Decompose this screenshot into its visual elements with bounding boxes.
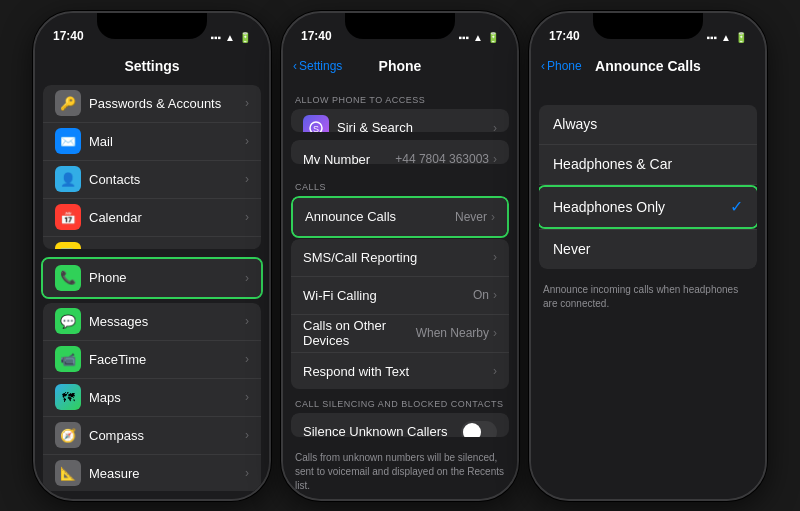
nav-bar-2: ‹ Settings Phone [283, 47, 517, 85]
respond-chevron: › [493, 364, 497, 378]
calls-group: Announce Calls Never › SMS/Call Reportin… [291, 196, 509, 389]
sms-label: SMS/Call Reporting [303, 250, 493, 265]
time-2: 17:40 [301, 29, 332, 43]
silence-item[interactable]: Silence Unknown Callers [291, 413, 509, 437]
battery-icon-2: 🔋 [487, 32, 499, 43]
announce-page-title: Announce Calls [595, 58, 701, 74]
back-label-2: Settings [299, 59, 342, 73]
measure-label: Measure [89, 466, 245, 481]
passwords-item[interactable]: 🔑 Passwords & Accounts › [43, 85, 261, 123]
mynumber-value: +44 7804 363003 [395, 152, 489, 164]
back-button-2[interactable]: ‹ Settings [293, 59, 342, 73]
messages-item[interactable]: 💬 Messages › [43, 303, 261, 341]
siri-item[interactable]: S Siri & Search › [291, 109, 509, 133]
wifi-icon-1: ▲ [225, 32, 235, 43]
siri-label: Siri & Search [337, 120, 493, 132]
silence-hint: Calls from unknown numbers will be silen… [283, 445, 517, 499]
notes-item[interactable]: 📝 Notes › [43, 237, 261, 249]
maps-label: Maps [89, 390, 245, 405]
screen-2: 17:40 ▪▪▪ ▲ 🔋 ‹ Settings Phone ALLOW PHO… [283, 13, 517, 499]
other-devices-label: Calls on Other Devices [303, 318, 416, 348]
allow-section-header: ALLOW PHONE TO ACCESS [283, 85, 517, 109]
messages-icon: 💬 [55, 308, 81, 334]
phone-3: 17:40 ▪▪▪ ▲ 🔋 ‹ Phone Announce Calls Alw… [529, 11, 767, 501]
settings-list: 🔑 Passwords & Accounts › ✉️ Mail › 👤 Con… [35, 85, 269, 499]
calendar-item[interactable]: 📅 Calendar › [43, 199, 261, 237]
passwords-label: Passwords & Accounts [89, 96, 245, 111]
status-icons-3: ▪▪▪ ▲ 🔋 [706, 32, 747, 43]
status-icons-1: ▪▪▪ ▲ 🔋 [210, 32, 251, 43]
mail-chevron: › [245, 134, 249, 148]
measure-item[interactable]: 📐 Measure › [43, 455, 261, 491]
mynumber-group: My Number +44 7804 363003 › [291, 140, 509, 164]
back-button-3[interactable]: ‹ Phone [541, 59, 582, 73]
mail-item[interactable]: ✉️ Mail › [43, 123, 261, 161]
siri-icon: S [303, 115, 329, 133]
always-option[interactable]: Always [539, 105, 757, 145]
announce-hint: Announce incoming calls when headphones … [531, 277, 765, 317]
mynumber-item[interactable]: My Number +44 7804 363003 › [291, 140, 509, 164]
announce-chevron: › [491, 210, 495, 224]
phone-2: 17:40 ▪▪▪ ▲ 🔋 ‹ Settings Phone ALLOW PHO… [281, 11, 519, 501]
wifi-calling-label: Wi-Fi Calling [303, 288, 473, 303]
announce-highlight[interactable]: Announce Calls Never › [291, 196, 509, 238]
compass-item[interactable]: 🧭 Compass › [43, 417, 261, 455]
spacer [531, 85, 765, 105]
compass-label: Compass [89, 428, 245, 443]
silence-toggle[interactable] [461, 421, 497, 437]
notch-1 [97, 13, 207, 39]
sms-item[interactable]: SMS/Call Reporting › [291, 239, 509, 277]
calls-group-inner: SMS/Call Reporting › Wi-Fi Calling On › … [291, 239, 509, 389]
silence-section-header: CALL SILENCING AND BLOCKED CONTACTS [283, 389, 517, 413]
facetime-chevron: › [245, 352, 249, 366]
headphones-only-checkmark: ✓ [730, 197, 743, 216]
announce-item[interactable]: Announce Calls Never › [293, 198, 507, 236]
calendar-icon: 📅 [55, 204, 81, 230]
phone-page-title: Phone [379, 58, 422, 74]
back-chevron-2: ‹ [293, 59, 297, 73]
other-devices-value: When Nearby [416, 326, 489, 340]
compass-chevron: › [245, 428, 249, 442]
maps-item[interactable]: 🗺 Maps › [43, 379, 261, 417]
passwords-chevron: › [245, 96, 249, 110]
time-3: 17:40 [549, 29, 580, 43]
always-label: Always [553, 116, 743, 132]
calendar-label: Calendar [89, 210, 245, 225]
messages-label: Messages [89, 314, 245, 329]
nav-bar-3: ‹ Phone Announce Calls [531, 47, 765, 85]
calls-section-header: CALLS [283, 172, 517, 196]
contacts-label: Contacts [89, 172, 245, 187]
wifi-calling-item[interactable]: Wi-Fi Calling On › [291, 277, 509, 315]
screen-3: 17:40 ▪▪▪ ▲ 🔋 ‹ Phone Announce Calls Alw… [531, 13, 765, 499]
sms-chevron: › [493, 250, 497, 264]
nav-bar-1: Settings [35, 47, 269, 85]
mail-label: Mail [89, 134, 245, 149]
phone-item-highlighted[interactable]: 📞 Phone › [41, 257, 263, 299]
messages-chevron: › [245, 314, 249, 328]
status-icons-2: ▪▪▪ ▲ 🔋 [458, 32, 499, 43]
settings-group-2: 💬 Messages › 📹 FaceTime › 🗺 Maps › 🧭 Com… [43, 303, 261, 491]
phone-icon: 📞 [55, 265, 81, 291]
wifi-icon-2: ▲ [473, 32, 483, 43]
headphones-only-highlight[interactable]: Headphones Only ✓ [539, 185, 757, 229]
announce-value: Never [455, 210, 487, 224]
headphones-only-option[interactable]: Headphones Only ✓ [539, 187, 757, 227]
phone-settings-content: ALLOW PHONE TO ACCESS S Siri & Search › … [283, 85, 517, 499]
other-devices-item[interactable]: Calls on Other Devices When Nearby › [291, 315, 509, 353]
respond-item[interactable]: Respond with Text › [291, 353, 509, 389]
mail-icon: ✉️ [55, 128, 81, 154]
back-chevron-3: ‹ [541, 59, 545, 73]
silence-group: Silence Unknown Callers [291, 413, 509, 437]
announce-label: Announce Calls [305, 209, 455, 224]
facetime-item[interactable]: 📹 FaceTime › [43, 341, 261, 379]
phone-item[interactable]: 📞 Phone › [43, 259, 261, 297]
contacts-item[interactable]: 👤 Contacts › [43, 161, 261, 199]
facetime-icon: 📹 [55, 346, 81, 372]
phone-chevron: › [245, 271, 249, 285]
wifi-calling-value: On [473, 288, 489, 302]
back-label-3: Phone [547, 59, 582, 73]
never-option[interactable]: Never [539, 229, 757, 269]
headphones-car-option[interactable]: Headphones & Car [539, 145, 757, 185]
never-label: Never [553, 241, 743, 257]
settings-title: Settings [124, 58, 179, 74]
